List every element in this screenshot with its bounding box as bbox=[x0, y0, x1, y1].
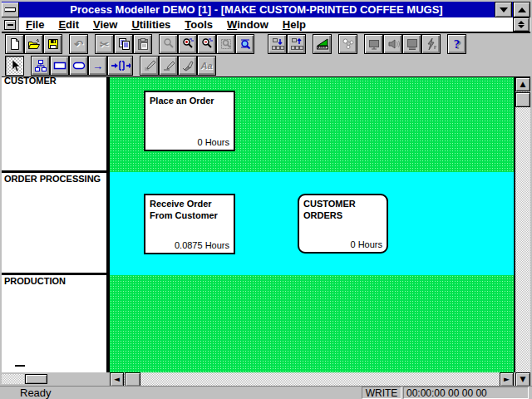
animate-icon bbox=[425, 37, 438, 51]
move-level-up-button[interactable] bbox=[287, 34, 306, 54]
menu-item-edit[interactable]: Edit bbox=[58, 18, 79, 31]
restore-up-icon bbox=[518, 21, 525, 24]
vertical-scroll-thumb[interactable] bbox=[515, 92, 530, 107]
document-system-menu-button[interactable] bbox=[4, 20, 16, 30]
document-system-menu-icon bbox=[7, 24, 13, 26]
menu-item-window[interactable]: Window bbox=[227, 18, 268, 31]
minimize-button[interactable] bbox=[495, 2, 512, 17]
move-level-up-icon bbox=[290, 37, 303, 51]
move-level-down-button[interactable] bbox=[268, 34, 287, 54]
lane-pane-scroll-thumb[interactable] bbox=[25, 374, 47, 384]
flow-in-out-button[interactable] bbox=[107, 56, 133, 76]
font-style-icon: Aa bbox=[200, 62, 212, 71]
zoom-button[interactable] bbox=[159, 34, 178, 54]
zoom-to-page-button[interactable] bbox=[216, 34, 235, 54]
process-step-icon bbox=[53, 59, 66, 72]
horizontal-scroll-thumb[interactable] bbox=[125, 372, 140, 387]
horizontal-scroll-track[interactable] bbox=[124, 372, 500, 387]
multimedia-icon bbox=[387, 37, 400, 51]
maximize-button[interactable] bbox=[513, 2, 530, 17]
cut-button[interactable]: ✂ bbox=[95, 34, 114, 54]
reports-icon bbox=[316, 37, 329, 51]
font-style-button[interactable]: Aa bbox=[197, 56, 216, 76]
organization-unit-icon bbox=[34, 59, 47, 72]
system-menu-button[interactable] bbox=[2, 2, 19, 17]
menu-bar: File Edit View Utilities Tools Window He… bbox=[2, 17, 530, 33]
select-pointer-button[interactable] bbox=[5, 56, 24, 76]
scroll-left-button[interactable]: ◄ bbox=[110, 372, 124, 387]
run-monitor-button[interactable] bbox=[402, 34, 421, 54]
multimedia-button[interactable] bbox=[383, 34, 402, 54]
scroll-up-icon: ▲ bbox=[520, 81, 526, 88]
status-bar: Ready WRITE 00:00:00 00 00 00 bbox=[0, 386, 532, 399]
node-hours: 0 Hours bbox=[197, 137, 229, 147]
help-button[interactable]: ? bbox=[447, 34, 466, 54]
undo-button[interactable]: ↶ bbox=[69, 34, 88, 54]
lane-order-processing-label: ORDER PROCESSING bbox=[2, 173, 106, 184]
edit-text-button[interactable] bbox=[140, 56, 159, 76]
store-node-customer-orders[interactable]: CUSTOMER ORDERS 0 Hours bbox=[298, 194, 388, 254]
node-title: Place an Order bbox=[145, 92, 234, 107]
zoom-icon bbox=[162, 37, 175, 51]
minimize-icon bbox=[500, 7, 508, 12]
vertical-scroll-track[interactable] bbox=[515, 91, 530, 372]
scroll-down-button[interactable]: ▼ bbox=[515, 372, 530, 387]
zoom-out-icon bbox=[200, 37, 214, 51]
new-document-button[interactable] bbox=[5, 34, 24, 54]
scroll-up-button[interactable]: ▲ bbox=[515, 77, 530, 91]
vertical-scrollbar[interactable]: ▲ ▼ bbox=[515, 77, 530, 387]
edit-line-button[interactable] bbox=[159, 56, 178, 76]
main-toolbar: ↶ ✂ ? bbox=[2, 33, 530, 55]
node-hours: 0 Hours bbox=[350, 239, 382, 249]
zoom-to-fit-button[interactable] bbox=[235, 34, 254, 54]
animate-button[interactable] bbox=[421, 34, 441, 54]
select-pointer-icon bbox=[8, 59, 22, 72]
zoom-in-icon bbox=[181, 37, 195, 51]
lane-pane-scrollbar[interactable] bbox=[2, 374, 106, 385]
open-document-button[interactable] bbox=[24, 34, 43, 54]
process-node-receive-order[interactable]: Receive Order From Customer 0.0875 Hours bbox=[144, 194, 235, 254]
scroll-down-icon: ▼ bbox=[520, 376, 526, 383]
system-menu-icon bbox=[5, 7, 16, 12]
title-bar: Process Modeller DEMO [1] - [MAKE CUSTOM… bbox=[2, 2, 530, 17]
menu-item-utilities[interactable]: Utilities bbox=[131, 18, 170, 31]
lane-customer[interactable]: CUSTOMER bbox=[2, 77, 106, 173]
lane-production[interactable]: PRODUCTION bbox=[2, 275, 106, 372]
node-hours: 0.0875 Hours bbox=[175, 240, 229, 250]
maximize-icon bbox=[518, 7, 526, 12]
open-document-icon bbox=[27, 37, 41, 51]
menu-item-help[interactable]: Help bbox=[283, 18, 306, 31]
status-mode-badge: WRITE bbox=[362, 387, 401, 399]
process-step-button[interactable] bbox=[50, 56, 69, 76]
data-store-button[interactable] bbox=[69, 56, 88, 76]
save-document-button[interactable] bbox=[43, 34, 62, 54]
document-restore-button[interactable] bbox=[513, 17, 530, 32]
slide-show-button[interactable] bbox=[364, 34, 383, 54]
lane-order-processing[interactable]: ORDER PROCESSING bbox=[2, 173, 106, 275]
run-monitor-icon bbox=[406, 37, 419, 51]
diagram-canvas[interactable]: Place an Order 0 Hours Receive Order Fro… bbox=[110, 77, 515, 372]
lane-pane-scroll-track[interactable] bbox=[2, 374, 24, 384]
move-level-down-icon bbox=[271, 37, 284, 51]
menu-item-view[interactable]: View bbox=[93, 18, 117, 31]
process-node-place-an-order[interactable]: Place an Order 0 Hours bbox=[144, 91, 235, 151]
pane-dash-indicator bbox=[15, 365, 25, 367]
flow-button[interactable]: → bbox=[88, 56, 107, 76]
zoom-out-button[interactable] bbox=[197, 34, 216, 54]
scroll-right-button[interactable]: ► bbox=[500, 372, 514, 387]
horizontal-scrollbar[interactable]: ◄ ► bbox=[110, 372, 514, 387]
menu-item-file[interactable]: File bbox=[26, 18, 44, 31]
reports-button[interactable] bbox=[313, 34, 332, 54]
rearrange-button[interactable] bbox=[338, 34, 357, 54]
menu-item-tools[interactable]: Tools bbox=[185, 18, 213, 31]
fill-style-button[interactable] bbox=[178, 56, 197, 76]
cut-icon: ✂ bbox=[100, 39, 109, 50]
paste-button[interactable] bbox=[133, 34, 152, 54]
lane-band-production bbox=[110, 275, 514, 372]
copy-button[interactable] bbox=[114, 34, 133, 54]
edit-text-icon bbox=[143, 59, 156, 72]
organization-unit-button[interactable] bbox=[31, 56, 50, 76]
zoom-in-button[interactable] bbox=[178, 34, 197, 54]
help-icon: ? bbox=[454, 38, 461, 51]
status-message: Ready bbox=[20, 387, 52, 399]
